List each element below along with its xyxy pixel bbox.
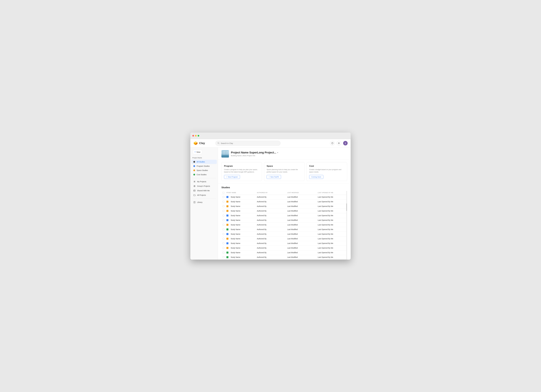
sidebar-item-cost-studies[interactable]: Cost Studies xyxy=(191,172,217,177)
logo-text: Clay xyxy=(199,142,205,145)
header-right: ? Z xyxy=(330,141,348,145)
table-row[interactable]: Study Name Authored By Last Modified Las… xyxy=(221,246,347,250)
last-opened-text: Last Opened By Me xyxy=(317,205,347,207)
row-checkbox[interactable] xyxy=(223,252,224,253)
row-check-cell xyxy=(221,215,225,217)
sidebar-item-library[interactable]: Library xyxy=(191,200,217,205)
user-avatar[interactable]: Z xyxy=(343,141,348,145)
search-bar[interactable] xyxy=(215,141,281,146)
row-checkbox[interactable] xyxy=(223,238,224,240)
target-icon xyxy=(193,185,196,187)
sidebar-item-label: Library xyxy=(197,201,203,203)
logo-area: Clay xyxy=(193,141,213,145)
row-checkbox[interactable] xyxy=(223,242,224,244)
search-input[interactable] xyxy=(221,142,278,144)
close-button[interactable] xyxy=(192,135,194,137)
sidebar-item-label: My Projects xyxy=(197,181,206,183)
project-thumbnail xyxy=(221,150,229,158)
maximize-button[interactable] xyxy=(198,135,199,137)
settings-button[interactable] xyxy=(337,141,341,145)
list-icon xyxy=(193,181,196,183)
new-testfit-label: New TestFit xyxy=(270,176,279,178)
table-row[interactable]: Study Name Authored By Last Modified Las… xyxy=(221,195,347,199)
table-row[interactable]: Study Name Authored By Last Modified Las… xyxy=(221,250,347,255)
table-row[interactable]: Study Name Authored By Last Modified Las… xyxy=(221,213,347,218)
last-opened-text: Last Opened By Me xyxy=(317,215,347,217)
row-checkbox[interactable] xyxy=(223,233,224,235)
minimize-button[interactable] xyxy=(195,135,197,137)
table-row[interactable]: Study Name Authored By Last Modified Las… xyxy=(221,199,347,204)
authored-by-text: Authored By xyxy=(256,256,286,258)
sidebar-divider-1 xyxy=(192,178,216,178)
svg-rect-24 xyxy=(223,151,224,153)
table-row[interactable]: Study Name Authored By Last Modified Las… xyxy=(221,241,347,246)
scroll-indicator[interactable] xyxy=(346,191,347,260)
coming-soon-button: Coming Soon xyxy=(309,175,323,179)
table-row[interactable]: Study Name Authored By Last Modified Las… xyxy=(221,204,347,209)
select-all-checkbox[interactable] xyxy=(223,192,224,194)
row-checkbox[interactable] xyxy=(223,256,224,258)
study-name-text: Study Name xyxy=(230,219,241,221)
authored-by-text: Authored By xyxy=(256,233,286,235)
sidebar-item-label: Shared With Me xyxy=(197,190,210,192)
sidebar-item-program-studies[interactable]: Program Studies xyxy=(191,164,217,168)
row-name-cell: Study Name xyxy=(225,242,256,244)
sidebar-item-groups-projects[interactable]: Group's Projects xyxy=(191,184,217,188)
authored-by-text: Authored By xyxy=(256,252,286,253)
table-row[interactable]: Study Name Authored By Last Modified Las… xyxy=(221,227,347,232)
help-button[interactable]: ? xyxy=(330,141,335,145)
new-program-label: New Program xyxy=(228,176,238,178)
clay-logo-icon xyxy=(193,141,198,145)
sidebar-item-my-projects[interactable]: My Projects xyxy=(191,179,217,184)
last-modified-text: Last Modified xyxy=(286,205,317,207)
row-check-cell xyxy=(221,252,225,253)
col-last-opened: LAST OPENED BY ME xyxy=(317,192,347,194)
last-opened-text: Last Opened By Me xyxy=(317,252,347,253)
row-check-cell xyxy=(221,228,225,230)
sidebar-item-all-studies[interactable]: All Studies xyxy=(191,160,217,164)
project-dropdown-icon[interactable]: ▾ xyxy=(277,152,278,154)
row-checkbox[interactable] xyxy=(223,228,224,230)
table-body: Study Name Authored By Last Modified Las… xyxy=(221,195,347,260)
sidebar-nav-group2: My Projects Group's Projects xyxy=(190,179,218,197)
row-name-cell: Study Name xyxy=(225,238,256,240)
row-checkbox[interactable] xyxy=(223,215,224,217)
svg-rect-15 xyxy=(194,190,195,191)
sidebar-item-all-projects[interactable]: All Projects xyxy=(191,193,217,197)
table-row[interactable]: Study Name Authored By Last Modified Las… xyxy=(221,237,347,241)
svg-rect-29 xyxy=(224,153,225,155)
project-name: Project Name SuperLong Project... xyxy=(231,151,276,154)
table-header: STUDY NAME AUTHORED BY LAST MODIFIED LAS… xyxy=(221,191,347,195)
sidebar-item-shared-with-me[interactable]: Shared With Me xyxy=(191,188,217,193)
row-check-cell xyxy=(221,247,225,249)
table-row[interactable]: Study Name Authored By Last Modified Las… xyxy=(221,218,347,222)
row-checkbox[interactable] xyxy=(223,224,224,226)
table-row[interactable]: Study Name Authored By Last Modified Las… xyxy=(221,209,347,213)
table-row[interactable]: Study Name Authored By Last Modified Las… xyxy=(221,222,347,227)
row-checkbox[interactable] xyxy=(223,219,224,221)
app-window: Clay ? Z xyxy=(190,133,351,260)
row-checkbox[interactable] xyxy=(223,247,224,249)
main-content: Project Name SuperLong Project... ▾ Buil… xyxy=(218,148,351,260)
studies-title: Studies xyxy=(221,186,347,189)
program-card-desc: Create a program to help you plan your s… xyxy=(224,168,259,173)
table-row[interactable]: Study Name Authored By Last Modified Las… xyxy=(221,232,347,237)
table-row[interactable]: Study Name Authored By Last Modified Las… xyxy=(221,255,347,260)
row-checkbox[interactable] xyxy=(223,196,224,198)
cost-card-title: Cost xyxy=(309,165,344,167)
row-checkbox[interactable] xyxy=(223,210,224,212)
svg-rect-27 xyxy=(227,151,228,153)
project-header: Project Name SuperLong Project... ▾ Buil… xyxy=(218,148,351,160)
program-studies-dot xyxy=(193,165,195,167)
new-testfit-button[interactable]: + New TestFit xyxy=(267,175,281,179)
row-checkbox[interactable] xyxy=(223,201,224,202)
row-check-cell xyxy=(221,242,225,244)
study-name-text: Study Name xyxy=(230,256,241,258)
new-button[interactable]: + New xyxy=(192,150,203,155)
row-checkbox[interactable] xyxy=(223,205,224,207)
sidebar-item-space-studies[interactable]: Space Studies xyxy=(191,168,217,172)
study-color-indicator xyxy=(226,247,229,249)
last-opened-text: Last Opened By Me xyxy=(317,210,347,212)
last-modified-text: Last Modified xyxy=(286,247,317,249)
new-program-button[interactable]: + New Program xyxy=(224,175,240,179)
